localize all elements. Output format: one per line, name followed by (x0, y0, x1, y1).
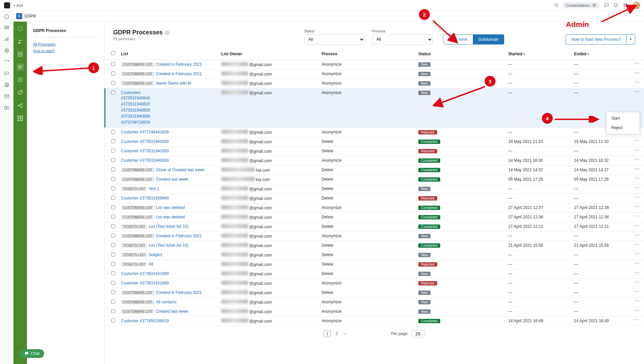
table-row[interactable]: CUSTOMERS LISTCreated in February 2021 @… (104, 60, 644, 69)
row-more-icon[interactable]: ⋯ (630, 279, 644, 288)
col-status[interactable]: Status (416, 48, 506, 60)
menu-start[interactable]: Start (607, 114, 640, 123)
list-name-link[interactable]: Clone of Created last week (156, 168, 204, 172)
apps-icon[interactable] (622, 2, 629, 9)
row-more-icon[interactable]: ⋯ (630, 232, 644, 241)
list-name-link[interactable]: List (Test ticket list 15) (149, 224, 188, 229)
table-row[interactable]: Customer #373531939940 @gmail.comDeleteR… (104, 194, 644, 203)
table-row[interactable]: Customer #377450196619 @gmail.comAnonymi… (104, 316, 644, 326)
search-icon[interactable] (553, 2, 560, 9)
row-checkbox[interactable] (111, 177, 115, 181)
sidebar-link-all[interactable]: All Processes (33, 42, 98, 46)
row-checkbox[interactable] (111, 196, 115, 200)
share-icon[interactable] (17, 102, 24, 109)
row-checkbox[interactable] (111, 309, 115, 313)
table-row[interactable]: TICKETS LISTList (Test ticket list 15) @… (104, 222, 644, 232)
settings-icon[interactable] (3, 47, 10, 54)
table-row[interactable]: CUSTOMERS LISTAll contacts @gmail.comAno… (104, 298, 644, 307)
table-row[interactable]: CUSTOMERS LISTClone of Created last week… (104, 165, 644, 175)
row-more-icon[interactable]: ⋯ (630, 222, 644, 232)
row-more-icon[interactable]: ⋯ (630, 250, 644, 260)
row-more-icon[interactable]: ⋯ (630, 60, 644, 69)
customer-id-link[interactable]: #373709728559 (121, 119, 216, 125)
row-more-icon[interactable]: ⋯ (630, 79, 644, 88)
select-all-checkbox[interactable] (111, 51, 115, 55)
list-name-link[interactable]: Customer #373633161699 (121, 281, 169, 285)
row-more-icon[interactable]: ⋯ (630, 69, 644, 79)
row-more-icon[interactable]: ⋯ (630, 260, 644, 269)
page-1[interactable]: 1 (324, 330, 331, 337)
mail-icon[interactable] (3, 93, 10, 100)
list-name-link[interactable]: Customer #377246441639 (121, 130, 169, 134)
info-icon[interactable]: i (165, 30, 169, 35)
list-name-link[interactable]: Customer #373531940300 (121, 139, 169, 144)
list-name-link[interactable]: List was deleted (156, 215, 185, 219)
print-icon[interactable] (3, 82, 10, 88)
bell-icon[interactable] (612, 2, 619, 9)
row-checkbox[interactable] (111, 71, 115, 75)
how-to-label[interactable]: How to Start New Process? (566, 37, 626, 42)
row-more-icon[interactable]: ⋯ (630, 203, 644, 213)
table-row[interactable]: CUSTOMERS LISTList was deleted @gmail.co… (104, 213, 644, 222)
row-checkbox[interactable] (111, 262, 115, 266)
chat-widget[interactable]: Chat (20, 349, 44, 358)
list-name-link[interactable]: Customer #373531939940 (121, 196, 169, 201)
list-name-link[interactable]: Customer #377450196619 (121, 318, 169, 323)
tab-title[interactable]: GDPR (24, 14, 36, 19)
dashboard-icon[interactable] (17, 25, 24, 32)
table-row[interactable]: TICKETS LISTAll @gmail.comDeleteRejected… (104, 260, 644, 269)
product-logo[interactable] (4, 2, 10, 8)
table-row[interactable]: Customer #373531940300 @gmail.comDeleteR… (104, 147, 644, 156)
list-name-link[interactable]: Created in February 2021 (156, 234, 202, 238)
list-name-link[interactable]: Customer #373531940000 (121, 158, 169, 163)
table-row[interactable]: TICKETS LISTSubject @gmail.comDeleteNew—… (104, 250, 644, 260)
list-name-link[interactable]: List (Test ticket list 15) (149, 243, 188, 248)
row-checkbox[interactable] (111, 318, 115, 323)
tags-icon[interactable] (17, 89, 24, 96)
row-more-icon[interactable]: ⋯ (630, 213, 644, 222)
reports-icon[interactable] (3, 36, 10, 42)
table-row[interactable]: Customer #377246441639 @gmail.comAnonymi… (104, 128, 644, 137)
per-page-input[interactable] (411, 330, 425, 337)
list-name-link[interactable]: Created in February 2021 (156, 62, 202, 67)
row-checkbox[interactable] (111, 243, 115, 247)
history-icon[interactable] (17, 76, 24, 84)
home-icon[interactable] (3, 13, 10, 20)
menu-reject[interactable]: Reject (607, 123, 640, 132)
table-row[interactable]: TICKETS LISTList (Test ticket list 15) @… (104, 241, 644, 250)
row-checkbox[interactable] (111, 224, 115, 228)
user-avatar[interactable] (633, 2, 640, 9)
filter-process-select[interactable]: All (372, 34, 433, 44)
row-checkbox[interactable] (111, 149, 115, 153)
list-name-link[interactable]: Subject (149, 252, 162, 257)
chat-icon[interactable] (603, 2, 610, 9)
row-checkbox[interactable] (111, 205, 115, 209)
col-process[interactable]: Process (319, 48, 416, 60)
row-checkbox[interactable] (111, 130, 115, 134)
table-row[interactable]: CUSTOMERS LISTCreated last week kia.comD… (104, 175, 644, 184)
table-row[interactable]: Customer #373633161699 @gmail.comDeleteN… (104, 269, 644, 279)
page-next[interactable]: › (343, 331, 348, 337)
filter-status-select[interactable]: All (304, 34, 365, 44)
apps-grid-icon[interactable] (17, 115, 24, 122)
row-more-icon[interactable]: ⋯ (630, 307, 644, 316)
table-row[interactable]: Customer #373633161699 @gmail.comAnonymi… (104, 279, 644, 288)
table-row[interactable]: CUSTOMERS LISTCreated in February 2021 @… (104, 232, 644, 241)
list-name-link[interactable]: Created last week (156, 309, 188, 314)
row-checkbox[interactable] (111, 300, 115, 304)
how-to-dropdown[interactable]: ▼ (626, 35, 635, 44)
customer-id-link[interactable]: #373531940640 (121, 95, 216, 101)
scope-subdomain[interactable]: Subdomain (473, 35, 504, 44)
col-started[interactable]: Started⇅ (506, 48, 571, 60)
table-row[interactable]: Customer #373531940300 @gmail.comDeleteC… (104, 137, 644, 147)
page-2[interactable]: 2 (333, 331, 340, 337)
row-more-icon[interactable]: ⋯ (630, 298, 644, 307)
table-row[interactable]: CUSTOMERS LISTCreated in February 2021 @… (104, 69, 644, 79)
table-row[interactable]: CUSTOMERS LISTCreated in February 2021 @… (104, 288, 644, 298)
row-more-icon[interactable]: ⋯ (630, 137, 644, 147)
list-name-link[interactable]: Created in February 2021 (156, 71, 202, 76)
gdpr-icon[interactable] (17, 63, 24, 71)
chat-rail-icon[interactable] (3, 70, 10, 77)
row-checkbox[interactable] (111, 281, 115, 285)
col-list[interactable]: List (118, 48, 219, 60)
